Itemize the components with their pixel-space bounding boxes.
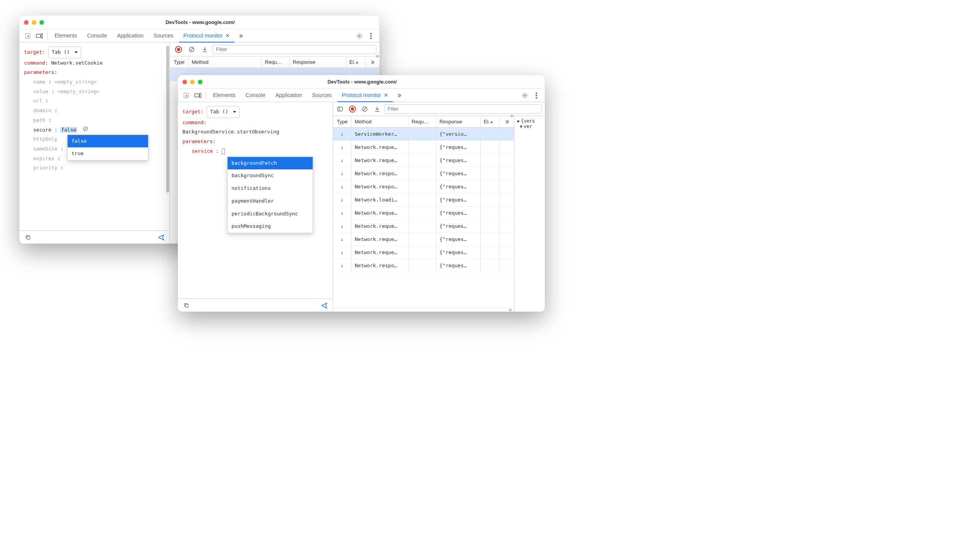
tab-console[interactable]: Console bbox=[82, 29, 111, 43]
tab-elements[interactable]: Elements bbox=[208, 89, 240, 102]
svg-rect-19 bbox=[185, 304, 189, 307]
dropdown-item[interactable]: periodicBackgroundSync bbox=[228, 208, 313, 220]
param-url[interactable]: url bbox=[33, 98, 42, 104]
dropdown-item[interactable]: backgroundSync bbox=[228, 169, 313, 182]
col-response[interactable]: Response bbox=[290, 56, 346, 68]
param-domain[interactable]: domain bbox=[33, 108, 51, 113]
json-root[interactable]: {vers bbox=[517, 118, 543, 124]
col-method[interactable]: Method bbox=[189, 56, 262, 68]
settings-icon[interactable] bbox=[354, 31, 365, 41]
table-row[interactable]: ↓Network.loadi…{"reques… bbox=[333, 193, 514, 207]
col-request[interactable]: Requ… bbox=[262, 56, 290, 68]
param-value[interactable]: value bbox=[33, 89, 48, 94]
more-tabs-icon[interactable] bbox=[235, 31, 246, 41]
record-button[interactable] bbox=[347, 104, 358, 114]
cell-request bbox=[408, 141, 436, 154]
send-button[interactable] bbox=[156, 232, 167, 243]
param-priority[interactable]: priority bbox=[33, 165, 58, 171]
download-icon[interactable] bbox=[372, 104, 383, 114]
dropdown-item[interactable]: notifications bbox=[228, 182, 313, 195]
dropdown-item[interactable]: paymentHandler bbox=[228, 195, 313, 208]
col-method[interactable]: Method bbox=[352, 116, 408, 127]
panel-toggle-icon[interactable] bbox=[335, 104, 345, 114]
inspect-icon[interactable] bbox=[22, 31, 33, 41]
tab-sources[interactable]: Sources bbox=[307, 89, 336, 102]
command-value[interactable]: Network.setCookie bbox=[51, 60, 102, 66]
tab-elements[interactable]: Elements bbox=[50, 29, 82, 43]
table-row[interactable]: ↓Network.reque…{"reques… bbox=[333, 246, 514, 259]
filter-input[interactable] bbox=[213, 45, 376, 54]
horizontal-scrollbar[interactable] bbox=[333, 307, 514, 312]
param-name[interactable]: name bbox=[33, 79, 45, 85]
close-window-button[interactable] bbox=[24, 20, 29, 25]
copy-icon[interactable] bbox=[22, 232, 33, 243]
tab-console[interactable]: Console bbox=[241, 89, 270, 102]
table-row[interactable]: ↓Network.reque…{"reques… bbox=[333, 207, 514, 220]
param-secure[interactable]: secure bbox=[33, 127, 51, 133]
param-service[interactable]: service bbox=[192, 148, 213, 154]
param-secure-value[interactable]: false bbox=[60, 127, 77, 133]
close-window-button[interactable] bbox=[182, 80, 187, 84]
parameters-label: parameters bbox=[24, 69, 54, 75]
dropdown-item-true[interactable]: true bbox=[68, 147, 148, 160]
table-row[interactable]: ↓Network.reque…{"reques… bbox=[333, 233, 514, 246]
table-row[interactable]: ↓Network.respo…{"reques… bbox=[333, 259, 514, 272]
record-button[interactable] bbox=[173, 44, 184, 55]
col-type[interactable]: Type bbox=[333, 116, 352, 127]
send-button[interactable] bbox=[319, 300, 330, 311]
col-type[interactable]: Type bbox=[170, 56, 189, 68]
maximize-window-button[interactable] bbox=[198, 80, 202, 84]
command-value[interactable]: BackgroundService.startObserving bbox=[182, 127, 328, 137]
clear-icon[interactable] bbox=[359, 104, 370, 114]
clear-icon[interactable] bbox=[186, 44, 197, 55]
tab-protocol-monitor[interactable]: Protocol monitor ✕ bbox=[337, 89, 393, 102]
parameters-label: parameters bbox=[182, 138, 213, 144]
close-tab-icon[interactable]: ✕ bbox=[225, 32, 230, 39]
dropdown-item[interactable]: backgroundFetch bbox=[228, 157, 313, 170]
table-row[interactable]: ↓ServiceWorker…{"versio… bbox=[333, 128, 514, 141]
col-elapsed[interactable]: El.▲ bbox=[346, 56, 366, 68]
download-icon[interactable] bbox=[199, 44, 210, 55]
titlebar: DevTools - www.google.com/ bbox=[178, 75, 545, 89]
table-row[interactable]: ↓Network.reque…{"reques… bbox=[333, 154, 514, 167]
scrollbar-thumb[interactable] bbox=[166, 46, 169, 193]
more-tabs-icon[interactable] bbox=[394, 90, 405, 101]
more-cols-icon[interactable] bbox=[366, 56, 379, 68]
target-select[interactable]: Tab () bbox=[48, 46, 81, 58]
json-child[interactable]: ver bbox=[517, 124, 543, 129]
arrow-down-icon: ↓ bbox=[333, 167, 352, 180]
table-row[interactable]: ↓Network.respo…{"reques… bbox=[333, 167, 514, 180]
more-cols-icon[interactable] bbox=[500, 116, 514, 127]
cell-response: {"reques… bbox=[436, 193, 481, 206]
tab-application[interactable]: Application bbox=[271, 89, 307, 102]
kebab-menu-icon[interactable] bbox=[366, 31, 376, 41]
param-expires[interactable]: expires bbox=[33, 155, 54, 161]
maximize-window-button[interactable] bbox=[39, 20, 44, 25]
minimize-window-button[interactable] bbox=[32, 20, 36, 25]
tab-application[interactable]: Application bbox=[112, 29, 148, 43]
param-httpOnly[interactable]: httpOnly bbox=[33, 136, 58, 142]
dropdown-item[interactable]: pushMessaging bbox=[228, 220, 313, 233]
filter-input[interactable] bbox=[384, 104, 542, 114]
cell-request bbox=[408, 154, 436, 167]
table-row[interactable]: ↓Network.reque…{"reques… bbox=[333, 220, 514, 233]
kebab-menu-icon[interactable] bbox=[531, 90, 542, 101]
table-row[interactable]: ↓Network.respo…{"reques… bbox=[333, 180, 514, 193]
copy-icon[interactable] bbox=[181, 300, 192, 311]
inspect-icon[interactable] bbox=[181, 90, 192, 101]
device-icon[interactable] bbox=[34, 31, 45, 41]
table-row[interactable]: ↓Network.reque…{"reques… bbox=[333, 141, 514, 154]
tab-sources[interactable]: Sources bbox=[149, 29, 178, 43]
settings-icon[interactable] bbox=[519, 90, 530, 101]
param-path[interactable]: path bbox=[33, 117, 45, 123]
dropdown-item-false[interactable]: false bbox=[68, 135, 148, 148]
param-sameSite[interactable]: sameSite bbox=[33, 146, 58, 152]
close-tab-icon[interactable]: ✕ bbox=[384, 92, 388, 98]
tab-protocol-monitor[interactable]: Protocol monitor ✕ bbox=[179, 29, 235, 43]
col-response[interactable]: Response bbox=[436, 116, 481, 127]
col-request[interactable]: Requ… bbox=[408, 116, 436, 127]
col-elapsed[interactable]: El.▲ bbox=[481, 116, 500, 127]
target-select[interactable]: Tab () bbox=[207, 106, 240, 118]
device-icon[interactable] bbox=[192, 90, 203, 101]
minimize-window-button[interactable] bbox=[190, 80, 195, 84]
